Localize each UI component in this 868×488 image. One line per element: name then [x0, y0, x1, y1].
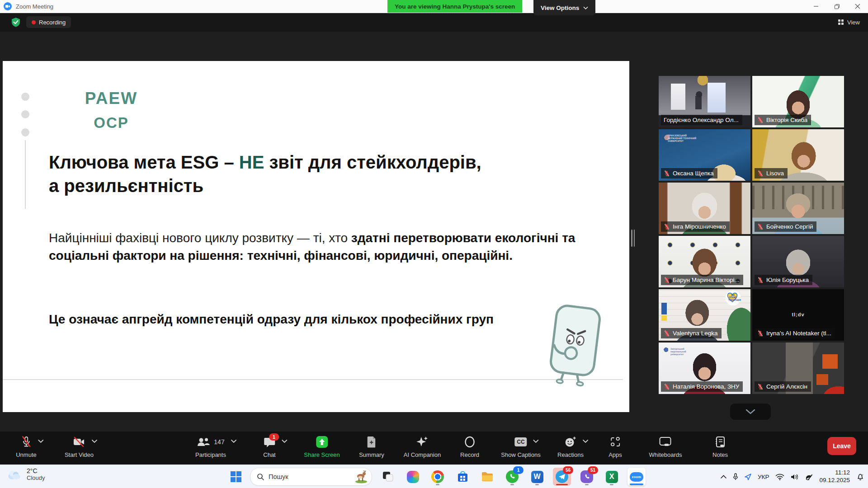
mic-in-use-icon[interactable] — [733, 473, 738, 480]
reactions-button[interactable]: Reactions — [557, 436, 584, 458]
ai-companion-button[interactable]: AI Companion — [404, 436, 441, 458]
word-button[interactable]: W — [528, 468, 546, 486]
viewing-screen-banner: You are viewing Hanna Prystupa's screen — [387, 0, 522, 13]
video-tile[interactable]: Сергій Алєксін — [752, 343, 844, 394]
task-view-button[interactable] — [379, 468, 397, 486]
view-layout-button[interactable]: View — [838, 17, 860, 28]
window-title: Zoom Meeting — [16, 3, 53, 10]
participant-name: Оксана Щепка — [673, 170, 714, 177]
video-tile[interactable]: Юлія Боруцька — [752, 236, 844, 287]
video-tile[interactable]: Інга Мірошниченко — [659, 183, 750, 234]
notification-bell-icon[interactable]: z — [856, 473, 864, 481]
video-tile[interactable]: Гордієнко Олександр Ол... — [659, 76, 750, 127]
reactions-options-caret[interactable] — [583, 440, 589, 443]
participant-name: Інга Мірошниченко — [673, 223, 726, 230]
unmute-button[interactable]: Unmute — [16, 436, 37, 458]
running-indicator — [510, 484, 514, 485]
video-off-icon — [73, 436, 85, 447]
meeting-topbar: Recording View — [0, 13, 868, 32]
tray-expand-icon[interactable] — [721, 475, 726, 479]
microsoft-store-button[interactable] — [453, 468, 472, 486]
mic-muted-icon — [757, 117, 764, 123]
close-button[interactable] — [847, 0, 868, 13]
chat-button[interactable]: 1 Chat — [263, 436, 275, 458]
chat-unread-badge: 1 — [269, 433, 279, 441]
participant-name: Iryna's AI Notetaker (tl... — [766, 330, 831, 337]
video-tile[interactable]: Барун Марина Вікторі... — [659, 236, 750, 287]
participant-name: Барун Марина Вікторі... — [673, 277, 740, 283]
encryption-shield-icon[interactable] — [11, 17, 21, 27]
file-explorer-button[interactable] — [478, 468, 496, 486]
location-in-use-icon[interactable] — [745, 474, 751, 480]
show-captions-button[interactable]: CC Show Captions — [501, 436, 540, 458]
view-options-button[interactable]: View Options — [533, 0, 595, 15]
video-tile[interactable]: Запорізький національний університет Нат… — [659, 343, 750, 394]
video-tile[interactable]: WE STAND TOGETHER Valentyna Legka — [659, 289, 750, 341]
participants-button[interactable]: 147 Participants — [195, 436, 226, 458]
running-indicator — [436, 484, 439, 485]
video-tile[interactable]: Бойченко Сергій — [752, 183, 844, 234]
leave-button[interactable]: Leave — [827, 437, 856, 455]
taskbar-search-input[interactable]: Пошук — [250, 468, 372, 486]
copilot-button[interactable] — [404, 468, 422, 486]
zoom-app-button[interactable]: zoom — [627, 468, 646, 486]
chevron-down-icon — [745, 409, 755, 414]
whiteboards-button[interactable]: Whiteboards — [649, 436, 682, 458]
weather-widget[interactable]: 2°C Cloudy — [6, 467, 45, 481]
participants-options-caret[interactable] — [231, 440, 236, 443]
weather-temp: 2°C — [27, 467, 45, 474]
copilot-icon — [407, 471, 419, 483]
unmute-options-caret[interactable] — [38, 440, 43, 443]
summary-button[interactable]: Summary — [359, 436, 384, 458]
record-button[interactable]: Record — [460, 436, 479, 458]
ai-companion-label: AI Companion — [404, 451, 441, 458]
chevron-down-icon — [583, 6, 588, 9]
participant-name: Юлія Боруцька — [766, 277, 809, 283]
video-options-caret[interactable] — [92, 440, 97, 443]
mic-muted-icon — [664, 330, 670, 337]
scroll-more-participants-button[interactable] — [730, 404, 771, 420]
captions-icon: CC — [514, 437, 527, 446]
reactions-label: Reactions — [557, 451, 584, 458]
language-indicator[interactable]: УКР — [758, 474, 769, 480]
slide-logo: PAEW OCP — [57, 89, 165, 131]
whatsapp-button[interactable]: 1 — [503, 468, 521, 486]
windows-ink-icon[interactable] — [805, 473, 813, 481]
video-tile[interactable]: Lisova — [752, 129, 844, 181]
video-tile[interactable]: Вікторія Скиба — [752, 76, 844, 127]
zoom-app-icon — [4, 2, 12, 10]
participant-name-label: Сергій Алєксін — [755, 381, 811, 392]
chrome-button[interactable] — [429, 468, 447, 486]
slide-heading-pre: Ключова мета ESG – — [49, 152, 239, 172]
show-captions-label: Show Captions — [501, 451, 540, 458]
wifi-icon[interactable] — [775, 474, 784, 480]
notes-icon — [715, 436, 726, 448]
recording-indicator[interactable]: Recording — [26, 16, 71, 28]
window-titlebar: Zoom Meeting You are viewing Hanna Pryst… — [0, 0, 868, 13]
start-button[interactable] — [227, 468, 245, 486]
slide-decor-dot — [21, 110, 29, 118]
word-icon: W — [531, 471, 543, 483]
content-scrollbar-handle[interactable] — [631, 230, 635, 247]
chat-options-caret[interactable] — [282, 440, 287, 443]
restore-button[interactable] — [826, 0, 847, 13]
share-screen-button[interactable]: Share Screen — [304, 436, 340, 458]
excel-button[interactable]: X — [603, 468, 621, 486]
video-tile[interactable]: tl;dv Iryna's AI Notetaker (tl... — [752, 289, 844, 341]
minimize-button[interactable] — [806, 0, 826, 13]
slide-logo-bottom: OCP — [57, 114, 165, 131]
shared-screen-slide: PAEW OCP Ключова мета ESG – НЕ звіт для … — [3, 61, 629, 412]
captions-options-caret[interactable] — [533, 440, 539, 443]
clock[interactable]: 11:12 09.12.2025 — [819, 469, 850, 484]
search-daily-image[interactable] — [354, 470, 369, 483]
start-video-button[interactable]: Start Video — [65, 436, 94, 458]
summary-label: Summary — [359, 451, 384, 458]
windows-taskbar: 2°C Cloudy Пошук — [0, 465, 868, 488]
viber-button[interactable]: 51 — [578, 468, 596, 486]
volume-icon[interactable] — [791, 474, 799, 480]
video-tile[interactable]: ПРИАЗОВСЬКИЙ ДЕРЖАВНИЙ ТЕХНІЧНИЙ УНІВЕРС… — [659, 129, 750, 181]
apps-button[interactable]: Apps — [609, 436, 622, 458]
notes-button[interactable]: Notes — [712, 436, 728, 458]
weather-desc: Cloudy — [27, 474, 45, 481]
telegram-button[interactable]: 56 — [553, 468, 571, 486]
